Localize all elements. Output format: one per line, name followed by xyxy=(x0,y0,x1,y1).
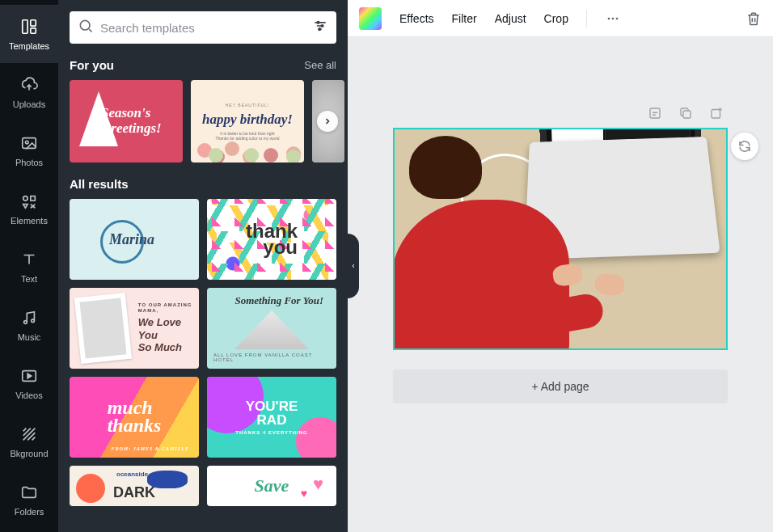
svg-point-16 xyxy=(616,17,619,19)
templates-panel: For you See all Season's Greetings! HEY … xyxy=(58,0,348,532)
background-icon xyxy=(19,424,39,444)
svg-point-7 xyxy=(24,321,27,324)
rail-videos[interactable]: Videos xyxy=(0,354,58,412)
uploads-icon xyxy=(19,75,39,95)
rail-photos[interactable]: Photos xyxy=(0,121,58,179)
image-toolbar: Effects Filter Adjust Crop xyxy=(348,0,773,37)
svg-point-5 xyxy=(23,196,28,201)
color-swatch-button[interactable] xyxy=(359,7,382,30)
see-all-link[interactable]: See all xyxy=(304,59,336,71)
svg-point-11 xyxy=(317,22,319,24)
template-subtext: oceanside xyxy=(116,471,148,478)
svg-rect-0 xyxy=(23,20,27,34)
template-we-love-you[interactable]: TO OUR AMAZING MAMA, We Love You So Much xyxy=(70,288,199,369)
rail-uploads[interactable]: Uploads xyxy=(0,63,58,121)
rail-folders[interactable]: Folders xyxy=(0,471,58,529)
filter-icon[interactable] xyxy=(312,18,328,37)
more-button[interactable] xyxy=(605,11,621,27)
template-text: We Love You So Much xyxy=(138,316,199,354)
for-you-heading: For you xyxy=(70,58,114,72)
elements-icon xyxy=(19,192,39,211)
template-marina[interactable]: Marina xyxy=(70,199,199,280)
template-seasons-greetings[interactable]: Season's Greetings! xyxy=(70,80,183,163)
search-bar xyxy=(70,11,336,44)
page-tools xyxy=(647,105,724,121)
template-text: happy birthday! xyxy=(202,112,293,126)
template-text: YOU'RE RAD xyxy=(246,399,298,427)
svg-point-12 xyxy=(321,25,323,27)
template-youre-rad[interactable]: YOU'RE RAD THANKS 4 EVERYTHING xyxy=(207,377,336,458)
template-text: Something For You! xyxy=(234,294,323,307)
svg-rect-1 xyxy=(31,20,36,26)
svg-point-13 xyxy=(319,28,321,31)
template-happy-birthday[interactable]: HEY BEAUTIFUL! happy birthday! It is bet… xyxy=(191,80,304,163)
add-page-icon-button[interactable] xyxy=(708,105,724,121)
svg-rect-2 xyxy=(31,28,36,33)
rail-elements[interactable]: Elements xyxy=(0,179,58,238)
svg-point-4 xyxy=(25,141,28,144)
rail-music[interactable]: Music xyxy=(0,296,58,354)
canvas-page[interactable] xyxy=(393,128,728,350)
template-text: much thanks xyxy=(108,399,162,434)
selected-image[interactable] xyxy=(395,129,726,348)
rail-templates[interactable]: Templates xyxy=(0,5,58,63)
text-icon xyxy=(19,250,39,269)
template-subtext: TO OUR AMAZING MAMA, xyxy=(138,302,199,314)
template-subtext: FROM: JAMES & CAMILLE xyxy=(111,447,189,451)
template-caption: It is better to be kind than rightThanks… xyxy=(215,131,279,141)
scroll-right-button[interactable] xyxy=(317,111,338,132)
rail-label: Photos xyxy=(15,158,43,167)
rail-label: Music xyxy=(18,332,41,342)
template-subtext: THANKS 4 EVERYTHING xyxy=(235,430,307,435)
template-text: thank you xyxy=(246,223,298,256)
search-icon xyxy=(78,18,94,37)
rail-label: Folders xyxy=(15,507,44,517)
canvas-area: Effects Filter Adjust Crop xyxy=(348,0,773,532)
photos-icon xyxy=(19,133,39,153)
template-something-for-you[interactable]: Something For You! ALL LOVE FROM VANILLA… xyxy=(207,288,336,369)
rail-label: Bkground xyxy=(10,449,48,458)
template-text: Marina xyxy=(109,231,154,248)
rail-label: Videos xyxy=(15,391,42,400)
template-much-thanks[interactable]: much thanks FROM: JAMES & CAMILLE xyxy=(70,377,199,458)
adjust-button[interactable]: Adjust xyxy=(495,12,526,25)
search-input[interactable] xyxy=(100,21,306,35)
folders-icon xyxy=(19,483,39,502)
svg-point-8 xyxy=(32,319,35,323)
rail-text[interactable]: Text xyxy=(0,238,58,296)
svg-rect-17 xyxy=(650,108,660,118)
sync-button[interactable] xyxy=(731,133,758,160)
svg-point-15 xyxy=(612,17,615,19)
duplicate-page-button[interactable] xyxy=(678,105,694,121)
rail-label: Uploads xyxy=(13,99,45,109)
filter-button[interactable]: Filter xyxy=(452,12,477,25)
template-dark[interactable]: oceanside DARK xyxy=(70,466,199,506)
add-page-button[interactable]: + Add page xyxy=(393,369,728,403)
svg-rect-19 xyxy=(712,110,720,119)
svg-rect-18 xyxy=(683,111,691,118)
template-save[interactable]: Save xyxy=(207,466,336,506)
nav-rail: Templates Uploads Photos Elements Text M… xyxy=(0,0,58,532)
template-text: DARK xyxy=(113,484,155,501)
template-subtext: HEY BEAUTIFUL! xyxy=(226,103,269,108)
svg-point-10 xyxy=(80,20,90,30)
rail-label: Templates xyxy=(9,41,49,51)
template-text: Save xyxy=(255,475,289,496)
delete-button[interactable] xyxy=(746,11,762,27)
page-notes-button[interactable] xyxy=(647,105,663,121)
rail-label: Elements xyxy=(11,216,48,226)
rail-label: Text xyxy=(21,274,37,284)
template-subtext: ALL LOVE FROM VANILLA COAST HOTEL xyxy=(213,353,330,362)
rail-background[interactable]: Bkground xyxy=(0,412,58,471)
svg-rect-6 xyxy=(31,196,36,201)
videos-icon xyxy=(19,366,39,386)
templates-icon xyxy=(19,17,39,36)
crop-button[interactable]: Crop xyxy=(544,12,568,25)
effects-button[interactable]: Effects xyxy=(399,12,434,25)
music-icon xyxy=(19,308,39,327)
svg-point-14 xyxy=(608,17,610,19)
template-thank-you[interactable]: thank you xyxy=(207,199,336,280)
all-results-heading: All results xyxy=(70,177,129,191)
template-text: Season's Greetings! xyxy=(101,106,174,136)
